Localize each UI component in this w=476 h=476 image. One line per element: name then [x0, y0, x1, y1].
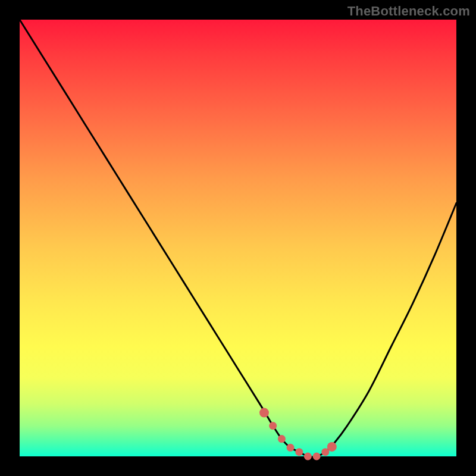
bottleneck-curve — [20, 20, 456, 457]
watermark-text: TheBottleneck.com — [347, 4, 470, 19]
plot-area — [20, 20, 456, 456]
highlighted-range — [259, 408, 337, 461]
marker-dot — [278, 435, 286, 443]
marker-dot — [313, 453, 321, 461]
marker-dot — [287, 444, 295, 452]
marker-dot — [327, 442, 337, 452]
marker-dot — [259, 408, 269, 418]
marker-dot — [295, 448, 303, 456]
curve-layer — [20, 20, 456, 456]
chart-frame: TheBottleneck.com — [0, 0, 476, 476]
marker-dot — [269, 422, 277, 430]
marker-dot — [304, 453, 312, 461]
